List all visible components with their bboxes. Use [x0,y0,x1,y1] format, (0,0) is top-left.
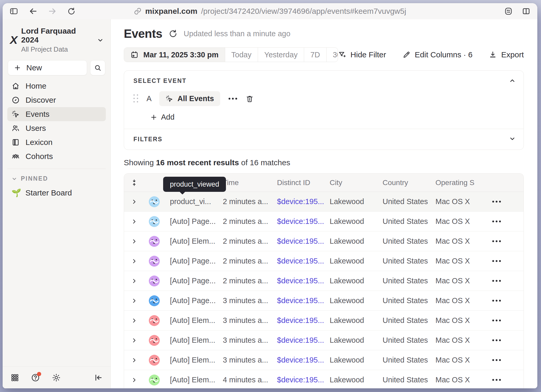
table-row[interactable]: [Auto] Page... 2 minutes a... $device:19… [124,271,524,291]
row-actions-icon[interactable] [491,357,502,364]
table-row[interactable]: [Auto] Elem... 4 minutes a... $device:19… [124,370,524,388]
row-actions-icon[interactable] [491,277,502,284]
header-distinct-id[interactable]: Distinct ID [277,179,330,187]
reload-icon[interactable] [67,7,76,15]
url-bar[interactable]: mixpanel.com/project/3472420/view/397469… [134,3,406,19]
help-button[interactable] [31,373,40,382]
apps-grid-icon[interactable] [10,373,19,382]
row-actions-icon[interactable] [491,238,502,245]
sidebar-item-starter-board[interactable]: 🌱 Starter Board [7,186,106,200]
distinct-id-link[interactable]: $device:195... [277,277,330,285]
expand-section-icon[interactable] [509,135,516,142]
header-city[interactable]: City [330,179,383,187]
header-country[interactable]: Country [383,179,435,187]
expand-row-icon[interactable] [124,199,144,205]
distinct-id-link[interactable]: $device:195... [277,237,330,246]
expand-row-icon[interactable] [124,298,144,304]
event-selector[interactable]: All Events [159,91,220,106]
os-cell: Mac OS X [435,277,477,285]
sidebar-item-home[interactable]: Home [7,79,106,93]
hide-filter-label: Hide Filter [351,50,386,59]
distinct-id-link[interactable]: $device:195... [277,376,330,384]
distinct-id-link[interactable]: $device:195... [277,296,330,305]
table-row[interactable]: product_vi... 2 minutes a... $device:195… [124,192,524,212]
event-more-menu-icon[interactable] [227,95,239,102]
query-builder-card: SELECT EVENT A All Events [124,70,524,150]
project-scope: All Project Data [21,45,93,53]
time-cell: 2 minutes a... [223,257,277,265]
mixpanel-logo: X [10,35,17,46]
collapse-all-rows-icon[interactable] [124,179,144,186]
sidebar-toggle-icon[interactable] [9,7,18,16]
preset-7d[interactable]: 7D [304,48,327,62]
sidebar-item-users[interactable]: Users [7,121,106,135]
hide-filter-button[interactable]: Hide Filter [338,50,386,59]
url-host: mixpanel.com [145,7,197,16]
search-button[interactable] [90,60,105,75]
table-row[interactable]: [Auto] Elem... 3 minutes a... $device:19… [124,330,524,350]
table-row[interactable]: [Auto] Elem... 3 minutes a... $device:19… [124,350,524,370]
drag-handle[interactable] [133,94,139,103]
row-actions-icon[interactable] [491,258,502,265]
distinct-id-link[interactable]: $device:195... [277,197,330,206]
sidebar-item-cohorts[interactable]: Cohorts [7,149,106,163]
distinct-id-link[interactable]: $device:195... [277,257,330,265]
city-cell: Lakewood [330,376,383,384]
add-event-button[interactable]: Add [150,113,514,121]
expand-row-icon[interactable] [124,218,144,225]
os-cell: Mac OS X [435,197,477,206]
expand-row-icon[interactable] [124,258,144,264]
row-actions-icon[interactable] [491,218,502,225]
pinned-section-toggle[interactable]: PINNED [7,174,106,184]
expand-row-icon[interactable] [124,377,144,383]
split-view-icon[interactable] [522,7,531,16]
row-actions-icon[interactable] [491,198,502,205]
preset-yesterday[interactable]: Yesterday [258,48,304,62]
sidebar-item-events[interactable]: Events [7,107,106,121]
header-operating-system[interactable]: Operating S [435,179,477,187]
header-time[interactable]: Time [223,179,277,187]
refresh-icon[interactable] [169,29,177,38]
row-actions-icon[interactable] [491,376,502,383]
sidebar-item-discover[interactable]: Discover [7,93,106,107]
edit-columns-button[interactable]: Edit Columns · 6 [402,50,473,59]
expand-row-icon[interactable] [124,238,144,244]
distinct-id-link[interactable]: $device:195... [277,336,330,345]
settings-gear-icon[interactable] [52,373,61,382]
export-button[interactable]: Export [489,50,524,59]
plus-icon [150,114,157,121]
table-row[interactable]: [Auto] Page... 3 minutes a... $device:19… [124,291,524,311]
time-cell: 4 minutes a... [223,376,277,384]
row-actions-icon[interactable] [491,297,502,304]
time-cell: 3 minutes a... [223,316,277,325]
back-icon[interactable] [29,7,38,16]
collapse-sidebar-icon[interactable] [94,373,103,382]
collapse-section-icon[interactable] [509,77,516,84]
expand-row-icon[interactable] [124,278,144,284]
trash-icon[interactable] [245,95,254,103]
project-switcher[interactable]: X Lord Farquaad 2024 All Project Data [7,24,106,54]
sidebar-item-lexicon[interactable]: Lexicon [7,135,106,149]
expand-row-icon[interactable] [124,337,144,344]
search-icon [94,64,101,71]
avatar [144,255,164,267]
preset-30d[interactable]: 30D [327,48,338,62]
table-row[interactable]: [Auto] Elem... 3 minutes a... $device:19… [124,311,524,330]
distinct-id-link[interactable]: $device:195... [277,217,330,226]
table-row[interactable]: [Auto] Elem... 2 minutes a... $device:19… [124,231,524,251]
row-actions-icon[interactable] [491,337,502,344]
table-row[interactable]: [Auto] Page... 2 minutes a... $device:19… [124,212,524,231]
forward-icon[interactable] [48,7,57,16]
date-picker[interactable]: Mar 11, 2025 3:30 pm [124,48,225,62]
time-cell: 3 minutes a... [223,356,277,364]
expand-row-icon[interactable] [124,357,144,363]
distinct-id-link[interactable]: $device:195... [277,316,330,325]
page-settings-icon[interactable] [504,7,513,16]
expand-row-icon[interactable] [124,317,144,324]
row-actions-icon[interactable] [491,317,502,324]
new-button[interactable]: New [8,60,87,75]
distinct-id-link[interactable]: $device:195... [277,356,330,364]
table-row[interactable]: [Auto] Page... 2 minutes a... $device:19… [124,251,524,271]
cursor-sparkle-icon [11,110,20,118]
preset-today[interactable]: Today [225,48,258,62]
